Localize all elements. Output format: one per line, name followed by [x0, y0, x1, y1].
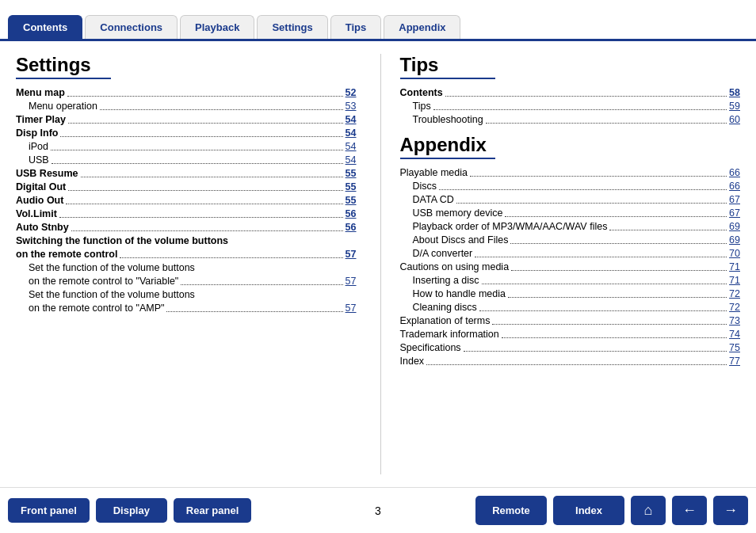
toc-item-discs: Discs 66 [400, 179, 741, 192]
rear-panel-button[interactable]: Rear panel [174, 498, 251, 523]
back-arrow-icon: ← [682, 502, 697, 519]
home-button[interactable]: ⌂ [631, 496, 666, 525]
settings-toc: Menu map 52 Menu operation 53 [16, 86, 357, 314]
page-number: 3 [375, 504, 381, 517]
toc-item-tips-troubleshooting: Troubleshooting 60 [400, 112, 741, 126]
toc-item-playback-order: Playback order of MP3/WMA/AAC/WAV files … [400, 219, 741, 233]
tab-playback[interactable]: Playback [180, 15, 254, 39]
toc-item-disp-info: Disp Info 54 [16, 126, 357, 139]
toc-item-inserting-disc: Inserting a disc 71 [400, 273, 741, 287]
settings-title: Settings [16, 54, 111, 79]
index-button[interactable]: Index [553, 496, 624, 525]
tips-appendix-section: Tips Contents 58 [380, 54, 741, 474]
main-content: Settings Menu map 52 [0, 41, 756, 487]
toc-item-timer-play: Timer Play 54 [16, 112, 357, 126]
toc-item-tips-contents: Contents 58 [400, 86, 741, 99]
toc-item-playable-media: Playable media 66 [400, 166, 741, 179]
remote-button[interactable]: Remote [475, 496, 547, 525]
bottom-right-buttons: Remote Index ⌂ ← → [475, 496, 748, 525]
bottom-left-buttons: Front panel Display Rear panel [8, 498, 251, 523]
forward-button[interactable]: → [713, 496, 748, 525]
toc-item-explanation-terms: Explanation of terms 73 [400, 314, 741, 327]
toc-item-tips-tips: Tips 59 [400, 99, 741, 112]
front-panel-button[interactable]: Front panel [8, 498, 90, 523]
toc-item-cleaning-discs: Cleaning discs 72 [400, 300, 741, 314]
toc-item-usb: USB 54 [16, 153, 357, 166]
settings-section: Settings Menu map 52 [16, 54, 357, 474]
bottom-nav: Front panel Display Rear panel 3 Remote … [0, 487, 756, 533]
toc-item-usb-memory: USB memory device 67 [400, 206, 741, 219]
top-nav: Contents Connections Playback Settings T… [0, 0, 756, 41]
forward-arrow-icon: → [724, 502, 738, 519]
toc-item-switching-vol-2: on the remote control 57 [16, 247, 357, 261]
home-icon: ⌂ [644, 502, 653, 519]
toc-item-da-converter: D/A converter 70 [400, 246, 741, 260]
appendix-title: Appendix [400, 134, 495, 159]
toc-item-cautions-media: Cautions on using media 71 [400, 260, 741, 273]
back-button[interactable]: ← [672, 496, 707, 525]
toc-item-vol-limit: Vol.Limit 56 [16, 207, 357, 220]
toc-item-menu-map: Menu map 52 [16, 86, 357, 99]
tab-contents[interactable]: Contents [8, 15, 82, 39]
toc-item-digital-out: Digital Out 55 [16, 180, 357, 193]
toc-item-data-cd: DATA CD 67 [400, 192, 741, 206]
toc-item-index: Index 77 [400, 354, 741, 367]
tab-tips[interactable]: Tips [330, 15, 382, 39]
toc-item-set-amp-2: on the remote control to "AMP" 57 [16, 301, 357, 314]
display-button[interactable]: Display [96, 498, 167, 523]
toc-item-set-amp-1: Set the function of the volume buttons [16, 287, 357, 301]
toc-item-about-discs: About Discs and Files 69 [400, 233, 741, 246]
toc-item-audio-out: Audio Out 55 [16, 193, 357, 207]
toc-item-menu-operation: Menu operation 53 [16, 99, 357, 112]
tab-connections[interactable]: Connections [85, 15, 178, 39]
tab-settings[interactable]: Settings [257, 15, 327, 39]
appendix-section: Appendix Playable media 66 [400, 134, 741, 367]
tips-section: Tips Contents 58 [400, 54, 741, 126]
tab-appendix[interactable]: Appendix [384, 15, 460, 39]
toc-item-trademark: Trademark information 74 [400, 327, 741, 341]
tips-title: Tips [400, 54, 495, 79]
appendix-toc: Playable media 66 Discs 66 [400, 166, 741, 367]
toc-item-switching-vol-1: Switching the function of the volume but… [16, 234, 357, 247]
toc-item-set-variable-1: Set the function of the volume buttons [16, 261, 357, 274]
toc-item-usb-resume: USB Resume 55 [16, 166, 357, 180]
toc-item-handle-media: How to handle media 72 [400, 287, 741, 300]
tips-toc: Contents 58 Tips 59 [400, 86, 741, 126]
toc-item-set-variable-2: on the remote control to "Variable" 57 [16, 274, 357, 287]
toc-item-auto-stnby: Auto Stnby 56 [16, 220, 357, 234]
toc-item-ipod: iPod 54 [16, 139, 357, 153]
toc-item-specifications: Specifications 75 [400, 341, 741, 354]
